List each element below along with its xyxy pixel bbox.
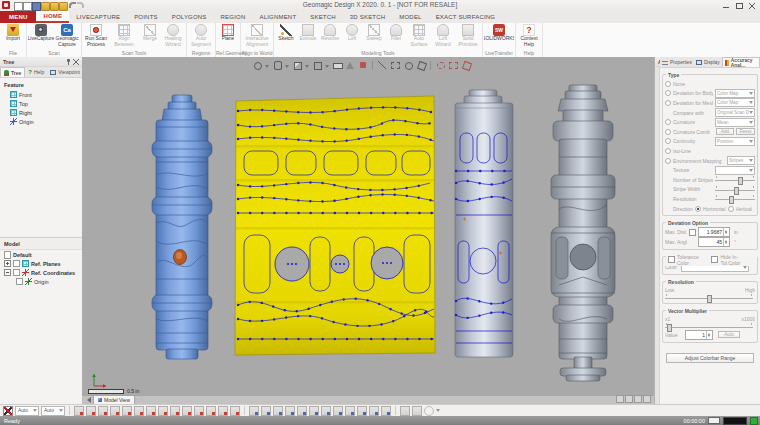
- tab-close-icon[interactable]: [634, 395, 642, 403]
- zoom-tool-icon[interactable]: [369, 406, 379, 416]
- auto-surface-button[interactable]: Auto Surface: [407, 23, 431, 49]
- type-option-curvature[interactable]: Curvature Mean: [665, 117, 755, 127]
- compare-with-dropdown[interactable]: Original Scan D...: [715, 108, 755, 117]
- view-preset-icon[interactable]: [230, 406, 240, 416]
- tab-list-icon[interactable]: [643, 395, 651, 403]
- minimize-button[interactable]: [721, 2, 732, 10]
- model-item-ref-planes[interactable]: Ref. Planes: [0, 259, 82, 268]
- type-option-none[interactable]: None: [665, 79, 755, 89]
- zoom-tool-icon[interactable]: [357, 406, 367, 416]
- tab-sketch[interactable]: SKETCH: [303, 11, 343, 23]
- view-preset-icon[interactable]: [206, 406, 216, 416]
- max-angle-input[interactable]: 45: [698, 237, 730, 247]
- cylinder-curves-model[interactable]: [455, 90, 513, 357]
- deviation-mesh-dropdown[interactable]: Color Map: [715, 98, 755, 107]
- context-help-button[interactable]: ? Context Help: [517, 23, 541, 49]
- view-preset-icon[interactable]: [146, 406, 156, 416]
- view-region-icon[interactable]: [345, 60, 355, 70]
- spinner-icon[interactable]: [723, 238, 729, 246]
- vector-value-input[interactable]: 1: [685, 330, 713, 340]
- filter-dropdown-1[interactable]: Auto: [15, 406, 39, 416]
- stripes-slider[interactable]: [715, 176, 755, 183]
- radio-icon[interactable]: [665, 119, 671, 125]
- compare-with-row[interactable]: Compare with Original Scan D...: [665, 108, 755, 118]
- chevron-down-icon[interactable]: [285, 65, 289, 70]
- radio-icon[interactable]: [665, 81, 671, 87]
- zoom-tool-icon[interactable]: [345, 406, 355, 416]
- tab-menu[interactable]: MENU: [0, 11, 36, 23]
- pin-icon[interactable]: [67, 59, 70, 65]
- visibility-checkbox[interactable]: [13, 260, 20, 267]
- tab-properties[interactable]: Properties: [660, 57, 694, 67]
- tab-points[interactable]: POINTS: [127, 11, 165, 23]
- select-lasso-icon[interactable]: [435, 60, 445, 70]
- tab-polygons[interactable]: POLYGONS: [165, 11, 214, 23]
- solidworks-button[interactable]: SW SOLIDWORKS: [484, 23, 514, 49]
- zoom-tool-icon[interactable]: [261, 406, 271, 416]
- vertical-radio[interactable]: [728, 206, 734, 212]
- measure-tool-icon[interactable]: [400, 406, 410, 416]
- horizontal-radio[interactable]: [695, 206, 701, 212]
- zoom-tool-icon[interactable]: [285, 406, 295, 416]
- zoom-tool-icon[interactable]: [309, 406, 319, 416]
- ghost-tool-icon[interactable]: [424, 406, 434, 416]
- view-preset-icon[interactable]: [74, 406, 84, 416]
- curvature-dropdown[interactable]: Mean: [715, 118, 755, 127]
- type-option-iso-line[interactable]: Iso-Line: [665, 146, 755, 156]
- tab-viewpoint[interactable]: Viewpoint: [47, 67, 83, 77]
- view-shaded-icon[interactable]: [292, 60, 302, 70]
- texture-dropdown[interactable]: [715, 166, 755, 175]
- radio-icon[interactable]: [665, 100, 671, 106]
- type-option-environment-mapping[interactable]: Environment Mapping Stripes: [665, 156, 755, 166]
- select-rectangle-icon[interactable]: [390, 60, 400, 70]
- chevron-down-icon[interactable]: [305, 65, 309, 70]
- align-between-scan-data-button[interactable]: Align Between Scan Data: [109, 23, 139, 49]
- plane-button[interactable]: Plane: [217, 23, 239, 49]
- sketch-button[interactable]: Sketch: [275, 23, 297, 49]
- model-item-ref-coordinates[interactable]: Ref. Coordinates: [0, 268, 82, 277]
- expand-icon[interactable]: [4, 260, 11, 267]
- view-preset-icon[interactable]: [110, 406, 120, 416]
- view-preset-icon[interactable]: [122, 406, 132, 416]
- visibility-checkbox[interactable]: [16, 278, 23, 285]
- collapse-icon[interactable]: [4, 269, 11, 276]
- tab-model[interactable]: MODEL: [392, 11, 428, 23]
- type-option-deviation-mesh[interactable]: Deviation for Mesh Color Map: [665, 98, 755, 108]
- continuity-dropdown[interactable]: Position: [715, 137, 755, 146]
- view-mesh-icon[interactable]: [272, 60, 282, 70]
- view-plane-icon[interactable]: [332, 60, 342, 70]
- zoom-tool-icon[interactable]: [381, 406, 391, 416]
- model-item-default[interactable]: Default: [0, 250, 82, 259]
- tolerance-color-checkbox[interactable]: [668, 256, 675, 263]
- select-brush-icon[interactable]: [448, 60, 458, 70]
- chevron-down-icon[interactable]: [325, 65, 329, 70]
- select-circle-icon[interactable]: [403, 60, 413, 70]
- hide-in-tol-checkbox[interactable]: [711, 256, 718, 263]
- type-option-curvature-comb[interactable]: Curvature Comb Add Reset: [665, 127, 755, 137]
- select-line-icon[interactable]: [377, 60, 387, 70]
- comb-reset-button[interactable]: Reset: [736, 128, 755, 135]
- view-preset-icon[interactable]: [158, 406, 168, 416]
- deviation-body-dropdown[interactable]: Color Map: [715, 89, 755, 98]
- select-custom-icon[interactable]: [461, 60, 471, 70]
- select-polyline-icon[interactable]: [416, 60, 426, 70]
- resolution-slider[interactable]: [715, 195, 755, 202]
- loft-wizard-button[interactable]: Loft Wizard: [431, 23, 455, 49]
- selection-filter-icon[interactable]: [3, 406, 13, 416]
- filter-dropdown-2[interactable]: Auto: [41, 406, 65, 416]
- auto-button[interactable]: Auto: [718, 331, 740, 338]
- interactive-alignment-button[interactable]: Interactive Alignment: [242, 23, 272, 49]
- run-scan-process-button[interactable]: Run Scan Process: [83, 23, 109, 49]
- geomagic-capture-button[interactable]: Ca Geomagic Capture: [54, 23, 80, 49]
- tab-3d-sketch[interactable]: 3D SKETCH: [343, 11, 392, 23]
- tab-alignment[interactable]: ALIGNMENT: [252, 11, 303, 23]
- view-preset-icon[interactable]: [194, 406, 204, 416]
- radio-icon[interactable]: [665, 90, 671, 96]
- radio-icon[interactable]: [665, 138, 671, 144]
- tree-item-origin[interactable]: Origin: [0, 117, 82, 126]
- viewport-canvas[interactable]: [82, 57, 654, 396]
- view-preset-icon[interactable]: [86, 406, 96, 416]
- environment-dropdown[interactable]: Stripes: [727, 156, 755, 165]
- merge-button[interactable]: Merge: [139, 23, 161, 49]
- loft-button[interactable]: Loft: [341, 23, 363, 49]
